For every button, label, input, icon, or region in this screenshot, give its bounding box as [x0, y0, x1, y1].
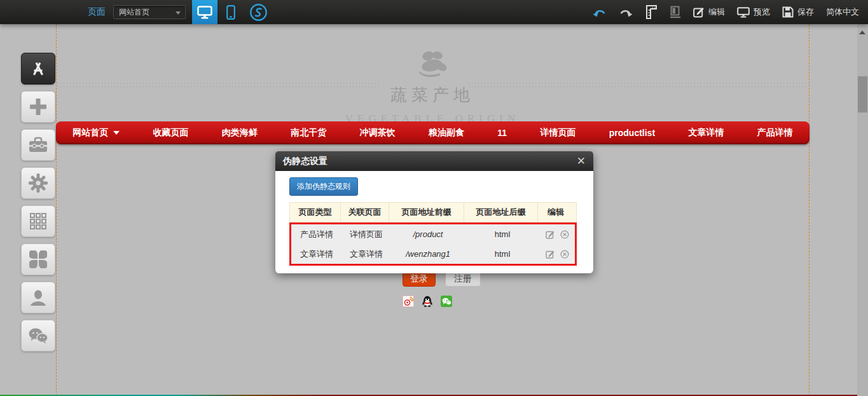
page-select-dropdown[interactable]: 网站首页	[113, 5, 186, 19]
columns-icon	[670, 6, 681, 18]
redo-icon	[619, 8, 633, 17]
gear-icon	[29, 174, 48, 193]
nav-item-home[interactable]: 网站首页	[72, 127, 120, 139]
app-store-icon	[29, 60, 47, 78]
table-row: 文章详情 文章详情 /wenzhang1 html	[291, 244, 575, 264]
modal-header[interactable]: 伪静态设置 ✕	[275, 151, 593, 171]
toolbar-left-group: 页面 网站首页	[88, 0, 271, 24]
circle-s-icon	[249, 3, 268, 22]
nav-item[interactable]: 详情页面	[540, 127, 575, 139]
toolbar-right-group: 编辑 预览 保存 简体中文	[593, 0, 859, 24]
layout-guide-right	[809, 24, 809, 396]
language-label: 简体中文	[826, 6, 859, 18]
sidebar-item-module-grid[interactable]	[21, 205, 55, 237]
save-button[interactable]: 保存	[782, 6, 814, 18]
mobile-view-button[interactable]	[220, 0, 242, 24]
sync-view-button[interactable]	[245, 0, 271, 24]
rule-table: 页面类型 关联页面 页面地址前缀 页面地址后缀 编辑 产品详情 详情页面 /pr…	[289, 202, 577, 266]
login-button[interactable]: 登录	[403, 271, 436, 287]
rule-table-highlight-box: 产品详情 详情页面 /product html	[289, 222, 577, 266]
wechat-icon[interactable]	[441, 296, 452, 307]
site-logo[interactable]: 蔬菜产地 VEGETABLE ORIGIN	[56, 48, 809, 125]
edit-pencil-icon	[693, 6, 705, 18]
grid-icon	[29, 212, 47, 230]
col-header-edit: 编辑	[538, 203, 574, 222]
add-rule-button[interactable]: 添加伪静态规则	[289, 177, 358, 196]
row-edit-icon[interactable]	[546, 250, 555, 259]
chevron-down-icon	[176, 11, 181, 15]
sidebar-item-settings[interactable]	[21, 167, 55, 199]
page-select-value: 网站首页	[119, 7, 149, 18]
rule-table-header: 页面类型 关联页面 页面地址前缀 页面地址后缀 编辑	[289, 202, 577, 222]
mobile-phone-icon	[226, 5, 235, 20]
chat-bubbles-icon	[28, 327, 48, 344]
sidebar-item-member[interactable]	[21, 282, 55, 313]
col-header-page-type: 页面类型	[290, 203, 341, 222]
toolbox-icon	[29, 137, 48, 153]
pseudo-static-modal: 伪静态设置 ✕ 添加伪静态规则 页面类型 关联页面 页面地址前缀 页面地址后缀 …	[275, 151, 593, 273]
sidebar-item-plugins[interactable]	[21, 243, 55, 275]
modal-body: 添加伪静态规则 页面类型 关联页面 页面地址前缀 页面地址后缀 编辑 产品详情 …	[275, 171, 593, 273]
desktop-view-button[interactable]	[192, 0, 217, 24]
tool-sidebar	[21, 53, 55, 352]
modal-title: 伪静态设置	[283, 156, 577, 167]
nav-item[interactable]: 粮油副食	[429, 127, 464, 139]
nav-item[interactable]: 收藏页面	[153, 127, 189, 139]
vegetable-logo-icon	[413, 48, 452, 80]
nav-item[interactable]: 文章详情	[688, 127, 724, 139]
row-delete-icon[interactable]	[560, 230, 569, 239]
ruler-button[interactable]	[645, 4, 658, 20]
nav-dropdown-icon	[113, 131, 120, 135]
vertical-scrollbar[interactable]	[857, 24, 868, 396]
row-delete-icon[interactable]	[560, 250, 569, 259]
nav-item[interactable]: 产品详情	[757, 127, 793, 139]
clover-icon	[29, 250, 47, 268]
scrollbar-up-arrow-icon[interactable]	[859, 31, 865, 34]
weibo-icon[interactable]	[403, 296, 414, 307]
desktop-monitor-icon	[197, 6, 212, 19]
undo-button[interactable]	[593, 8, 607, 17]
nav-item[interactable]: 冲调茶饮	[360, 127, 396, 139]
sidebar-item-wechat[interactable]	[21, 320, 55, 352]
col-header-url-suffix: 页面地址后缀	[464, 203, 538, 222]
save-floppy-icon	[782, 6, 794, 18]
edit-label: 编辑	[708, 6, 725, 18]
plus-icon	[29, 98, 47, 116]
qq-icon[interactable]	[422, 296, 433, 307]
layout-guide-left	[56, 24, 57, 396]
sidebar-item-toolbox[interactable]	[21, 129, 55, 161]
edit-button[interactable]: 编辑	[693, 6, 725, 18]
nav-item[interactable]: productlist	[609, 128, 655, 138]
site-title: 蔬菜产地	[56, 84, 809, 106]
col-header-linked-page: 关联页面	[341, 203, 389, 222]
close-icon[interactable]: ✕	[577, 156, 586, 167]
undo-icon	[593, 8, 607, 17]
preview-label: 预览	[754, 6, 770, 18]
social-links	[403, 296, 452, 307]
nav-item[interactable]: 肉类海鲜	[222, 127, 258, 139]
preview-monitor-icon	[737, 7, 750, 18]
site-navbar: 网站首页 收藏页面 肉类海鲜 南北干货 冲调茶饮 粮油副食 11 详情页面 pr…	[56, 121, 809, 144]
table-row: 产品详情 详情页面 /product html	[291, 224, 575, 244]
top-toolbar: 页面 网站首页	[0, 0, 868, 24]
editor-stage: 页面 网站首页	[0, 0, 868, 396]
register-button[interactable]: 注册	[445, 271, 481, 287]
person-icon	[29, 289, 47, 306]
sidebar-item-add-module[interactable]	[21, 91, 55, 123]
save-label: 保存	[797, 6, 814, 18]
row-edit-icon[interactable]	[546, 230, 555, 239]
page-label: 页面	[88, 6, 106, 18]
language-switch[interactable]: 简体中文	[826, 6, 859, 18]
sidebar-item-app-market[interactable]	[21, 53, 55, 85]
scrollbar-thumb[interactable]	[858, 76, 867, 113]
preview-button[interactable]: 预览	[737, 6, 770, 18]
stats-panel-button[interactable]	[670, 6, 681, 18]
ruler-icon	[645, 4, 658, 20]
nav-item[interactable]: 11	[497, 128, 507, 138]
nav-item[interactable]: 南北干货	[291, 127, 326, 139]
col-header-url-prefix: 页面地址前缀	[389, 203, 464, 222]
redo-button[interactable]	[619, 8, 633, 17]
